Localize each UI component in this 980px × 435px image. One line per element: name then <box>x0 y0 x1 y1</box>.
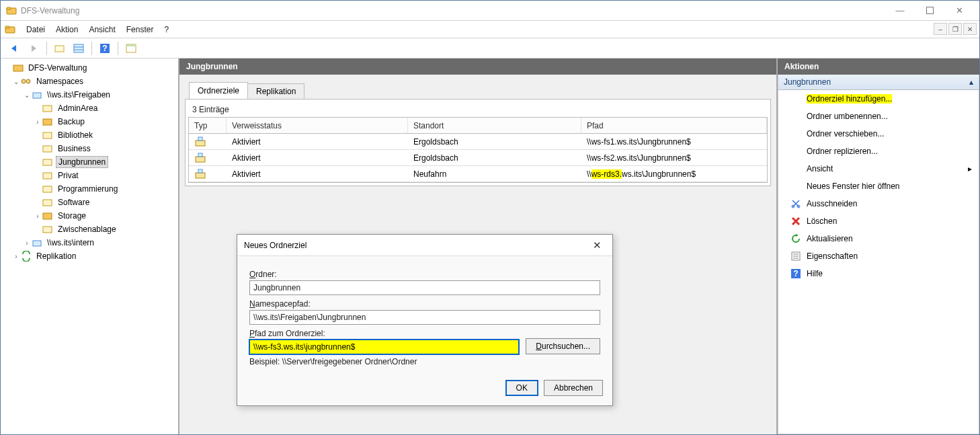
toolbar-help-button[interactable]: ? <box>96 40 114 56</box>
actions-section-header[interactable]: Jungbrunnen ▴ <box>778 75 979 90</box>
action-help[interactable]: ?Hilfe <box>778 265 979 282</box>
svg-rect-1 <box>7 7 11 9</box>
blank-icon <box>790 93 801 104</box>
tree-item-jungbrunnen[interactable]: Jungbrunnen <box>2 155 177 169</box>
tree-root[interactable]: DFS-Verwaltung <box>2 61 177 75</box>
tab-ordnerziele[interactable]: Ordnerziele <box>189 82 248 99</box>
nspath-label: Namespacepfad: <box>249 299 600 309</box>
cell-location: Neufahrn <box>408 169 581 179</box>
expand-icon[interactable]: › <box>11 253 21 260</box>
action-rename[interactable]: Ordner umbenennen... <box>778 108 979 125</box>
tree-pane[interactable]: DFS-Verwaltung ⌄ Namespaces ⌄ \\ws.its\F… <box>1 58 179 434</box>
cancel-button[interactable]: Abbrechen <box>544 380 603 396</box>
target-path-field[interactable] <box>249 340 519 354</box>
blank-icon <box>790 163 801 174</box>
toolbar-folder-button[interactable] <box>51 40 69 56</box>
mdi-controls: – ❐ ✕ <box>934 23 977 35</box>
titlebar: DFS-Verwaltung — ✕ <box>1 1 979 21</box>
col-typ[interactable]: Typ <box>189 118 227 133</box>
blank-icon <box>790 181 801 192</box>
scissors-icon <box>790 198 801 209</box>
svg-rect-20 <box>43 146 52 152</box>
cell-status: Aktiviert <box>227 169 408 179</box>
minimize-button[interactable]: — <box>885 1 915 20</box>
tree-item-storage[interactable]: ›Storage <box>2 209 177 223</box>
menu-help[interactable]: ? <box>159 23 174 36</box>
tree-item-bibliothek[interactable]: Bibliothek <box>2 128 177 142</box>
tree-item-business[interactable]: Business <box>2 142 177 155</box>
col-pfad[interactable]: Pfad <box>581 118 767 133</box>
cell-path: \\ws-rds3.ws.its\Jungbrunnen$ <box>581 169 767 179</box>
cell-location: Ergoldsbach <box>408 137 581 147</box>
svg-rect-6 <box>74 44 83 52</box>
refresh-icon <box>790 233 801 244</box>
close-button[interactable]: ✕ <box>944 1 974 20</box>
toolbar-calendar-button[interactable] <box>122 40 140 56</box>
menu-ansicht[interactable]: Ansicht <box>83 23 120 36</box>
cell-location: Ergoldsbach <box>408 153 581 163</box>
action-cut[interactable]: Ausschneiden <box>778 195 979 212</box>
menu-fenster[interactable]: Fenster <box>121 23 159 36</box>
col-verweis[interactable]: Verweisstatus <box>227 118 408 133</box>
tree-item-privat[interactable]: Privat <box>2 169 177 182</box>
tree-item-programmierung[interactable]: Programmierung <box>2 182 177 196</box>
folder-icon <box>42 143 53 154</box>
action-add-target[interactable]: Ordnerziel hinzufügen... <box>778 90 979 108</box>
dialog-title: Neues Ordnerziel <box>244 241 589 250</box>
tree-label: \\ws.its\intern <box>45 237 96 248</box>
action-delete[interactable]: Löschen <box>778 212 979 230</box>
toolbar-grid-button[interactable] <box>70 40 87 56</box>
grid-row[interactable]: Aktiviert Neufahrn \\ws-rds3.ws.its\Jung… <box>189 166 767 182</box>
ok-button[interactable]: OK <box>505 380 538 396</box>
maximize-button[interactable] <box>915 1 944 20</box>
tab-replikation[interactable]: Replikation <box>247 83 304 99</box>
svg-rect-26 <box>43 227 52 233</box>
namespace-icon <box>32 89 42 100</box>
expand-icon[interactable]: › <box>33 212 42 220</box>
svg-rect-23 <box>43 186 52 192</box>
col-standort[interactable]: Standort <box>408 118 581 133</box>
expand-icon[interactable]: › <box>22 239 32 247</box>
menu-aktion[interactable]: Aktion <box>50 23 83 36</box>
forward-button[interactable] <box>25 40 42 56</box>
toolbar: ? <box>1 38 979 58</box>
expand-icon[interactable]: › <box>33 118 42 126</box>
action-replicate[interactable]: Ordner replizieren... <box>778 143 979 160</box>
expand-icon[interactable]: ⌄ <box>11 78 21 85</box>
tree-item-adminarea[interactable]: AdminArea <box>2 102 177 115</box>
tree-label: Programmierung <box>56 184 120 194</box>
tree-namespace-freigaben[interactable]: ⌄ \\ws.its\Freigaben <box>2 88 177 102</box>
action-properties[interactable]: Eigenschaften <box>778 247 979 265</box>
tree-item-backup[interactable]: ›Backup <box>2 115 177 128</box>
mdi-close[interactable]: ✕ <box>963 23 977 35</box>
action-move[interactable]: Ordner verschieben... <box>778 125 979 143</box>
tree-namespace-intern[interactable]: › \\ws.its\intern <box>2 236 177 249</box>
dialog-titlebar[interactable]: Neues Ordnerziel ✕ <box>237 235 612 256</box>
browse-button[interactable]: Durchsuchen... <box>526 338 600 354</box>
tree-replikation[interactable]: › Replikation <box>2 249 177 263</box>
action-new-window[interactable]: Neues Fenster hier öffnen <box>778 177 979 195</box>
grid-row[interactable]: Aktiviert Ergoldsbach \\ws-fs2.ws.its\Ju… <box>189 150 767 166</box>
menu-datei[interactable]: Datei <box>21 23 50 36</box>
folder-icon <box>42 130 53 141</box>
tree-item-zwischenablage[interactable]: Zwischenablage <box>2 223 177 236</box>
action-refresh[interactable]: Aktualisieren <box>778 230 979 247</box>
tree-namespaces[interactable]: ⌄ Namespaces <box>2 75 177 88</box>
svg-rect-4 <box>5 26 9 28</box>
ordner-field <box>249 280 600 295</box>
dialog-close-button[interactable]: ✕ <box>589 238 606 253</box>
svg-rect-22 <box>43 173 52 179</box>
folder-icon <box>42 116 53 127</box>
mdi-restore[interactable]: ❐ <box>948 23 962 35</box>
svg-rect-17 <box>43 106 52 112</box>
back-button[interactable] <box>6 40 24 56</box>
action-view[interactable]: Ansicht▸ <box>778 160 979 177</box>
help-icon: ? <box>790 268 801 279</box>
dialog-body: Ordner: Namespacepfad: Pfad zum Ordnerzi… <box>237 256 612 373</box>
expand-icon[interactable]: ⌄ <box>22 91 32 99</box>
folder-icon <box>42 157 53 167</box>
tree-item-software[interactable]: Software <box>2 196 177 209</box>
target-label: Pfad zum Ordnerziel: <box>249 329 600 338</box>
mdi-minimize[interactable]: – <box>934 23 947 35</box>
grid-row[interactable]: Aktiviert Ergoldsbach \\ws-fs1.ws.its\Ju… <box>189 134 767 150</box>
